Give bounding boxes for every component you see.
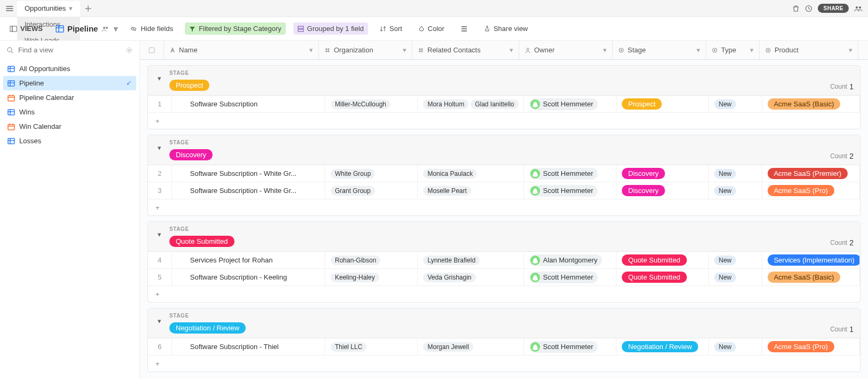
sidebar-view-losses[interactable]: Losses✓ <box>3 134 136 148</box>
cell-stage[interactable]: Quote Submitted <box>616 252 709 268</box>
cell-organization[interactable]: Rohan-Gibson <box>325 252 418 268</box>
cell-name[interactable]: Software Subscription <box>172 96 325 112</box>
cell-product[interactable]: Acme SaaS (Pro) <box>762 182 860 199</box>
add-tab-button[interactable] <box>81 2 95 16</box>
history-icon[interactable] <box>805 5 812 12</box>
group-header[interactable]: STAGE▾Quote SubmittedCount 2 <box>148 222 860 252</box>
cell-contacts[interactable]: Morgan Jewell <box>418 338 523 355</box>
column-header-product[interactable]: Product▾ <box>760 41 858 59</box>
cell-owner[interactable]: Scott Hemmeter <box>524 269 616 285</box>
add-row-button[interactable]: + <box>148 199 860 215</box>
collapse-icon[interactable]: ▾ <box>154 74 164 82</box>
column-header-owner[interactable]: Owner▾ <box>519 41 613 59</box>
column-header-name[interactable]: Name▾ <box>164 41 319 59</box>
cell-type[interactable]: New <box>709 269 762 285</box>
table-row[interactable]: 2Software Subscription - White Gr...Whit… <box>148 165 860 182</box>
column-header-organization[interactable]: Organization▾ <box>319 41 412 59</box>
cell-stage[interactable]: Discovery <box>616 182 709 199</box>
cell-name[interactable]: Software Subscription - Thiel <box>172 338 325 355</box>
column-header-contacts[interactable]: Related Contacts▾ <box>412 41 519 59</box>
cell-organization[interactable]: Miller-McCullough <box>325 96 418 112</box>
row-height-button[interactable] <box>456 24 472 34</box>
table-row[interactable]: 4Services Project for RohanRohan-GibsonL… <box>148 252 860 269</box>
table-row[interactable]: 6Software Subscription - ThielThiel LLCM… <box>148 338 860 355</box>
collapse-icon[interactable]: ▾ <box>154 144 164 152</box>
trash-icon[interactable] <box>792 5 800 12</box>
cell-owner[interactable]: Scott Hemmeter <box>524 182 616 199</box>
table-row[interactable]: 3Software Subscription - White Gr...Gran… <box>148 182 860 199</box>
cell-product[interactable]: Acme SaaS (Premier) <box>762 165 860 182</box>
cell-product[interactable]: Acme SaaS (Pro) <box>762 338 860 355</box>
chevron-down-icon[interactable]: ▾ <box>309 46 313 54</box>
people-icon[interactable] <box>854 5 863 12</box>
hide-fields-button[interactable]: Hide fields <box>126 22 177 35</box>
cell-contacts[interactable]: Mora Holtum Glad Ianittello <box>418 96 523 112</box>
cell-type[interactable]: New <box>709 96 762 112</box>
sidebar-view-wins[interactable]: Wins✓ <box>3 105 136 119</box>
cell-name[interactable]: Software Subscription - Keeling <box>172 269 325 285</box>
cell-name[interactable]: Services Project for Rohan <box>172 252 325 268</box>
collapse-icon[interactable]: ▾ <box>154 317 164 325</box>
sidebar-view-all-opportunities[interactable]: All Opportunities✓ <box>3 61 136 76</box>
column-header-type[interactable]: Type▾ <box>706 41 760 59</box>
cell-owner[interactable]: Scott Hemmeter <box>524 338 616 355</box>
cell-stage[interactable]: Discovery <box>616 165 709 182</box>
cell-owner[interactable]: Alan Montgomery <box>524 252 616 268</box>
group-header[interactable]: STAGE▾DiscoveryCount 2 <box>148 135 860 165</box>
add-row-button[interactable]: + <box>148 286 860 302</box>
cell-owner[interactable]: Scott Hemmeter <box>524 96 616 112</box>
cell-stage[interactable]: Quote Submitted <box>616 269 709 285</box>
cell-name[interactable]: Software Subscription - White Gr... <box>172 165 325 182</box>
group-button[interactable]: Grouped by 1 field <box>293 22 368 35</box>
cell-organization[interactable]: Grant Group <box>325 182 418 199</box>
share-view-button[interactable]: Share view <box>480 22 532 35</box>
add-row-button[interactable]: + <box>148 113 860 129</box>
cell-owner[interactable]: Scott Hemmeter <box>524 165 616 182</box>
tab-opportunities[interactable]: Opportunities▾ <box>17 1 80 17</box>
share-button[interactable]: SHARE <box>818 4 849 13</box>
chevron-down-icon[interactable]: ▾ <box>603 46 607 54</box>
view-title[interactable]: Pipeline ▾ <box>56 24 119 34</box>
cell-type[interactable]: New <box>709 338 762 355</box>
cell-type[interactable]: New <box>709 252 762 268</box>
group-header[interactable]: STAGE▾ProspectCount 1 <box>148 66 860 96</box>
chevron-down-icon[interactable]: ▾ <box>510 46 513 54</box>
group-header[interactable]: STAGE▾Negotiation / ReviewCount 1 <box>148 308 860 338</box>
select-all-checkbox[interactable] <box>140 41 164 59</box>
collaborators-icon[interactable] <box>101 25 111 33</box>
gear-icon[interactable] <box>126 47 133 54</box>
cell-product[interactable]: Acme SaaS (Basic) <box>762 96 860 112</box>
sidebar-view-pipeline[interactable]: Pipeline✓ <box>3 76 136 90</box>
menu-icon[interactable] <box>2 0 17 17</box>
cell-contacts[interactable]: Moselle Peart <box>418 182 523 199</box>
chevron-down-icon[interactable]: ▾ <box>849 46 853 54</box>
sidebar-view-pipeline-calendar[interactable]: Pipeline Calendar✓ <box>3 90 136 105</box>
color-button[interactable]: Color <box>414 22 449 35</box>
cell-product[interactable]: Acme SaaS (Basic) <box>762 269 860 285</box>
cell-contacts[interactable]: Lynnette Brafield <box>418 252 523 268</box>
chevron-down-icon[interactable]: ▾ <box>750 46 754 54</box>
chevron-down-icon[interactable]: ▾ <box>697 46 700 54</box>
cell-stage[interactable]: Prospect <box>616 96 709 112</box>
cell-type[interactable]: New <box>709 182 762 199</box>
cell-organization[interactable]: Thiel LLC <box>325 338 418 355</box>
collapse-icon[interactable]: ▾ <box>154 230 164 238</box>
views-toggle[interactable]: VIEWS <box>4 22 48 35</box>
add-row-button[interactable]: + <box>148 355 860 372</box>
chevron-down-icon[interactable]: ▾ <box>403 46 406 54</box>
chevron-down-icon[interactable]: ▾ <box>114 24 118 34</box>
search-input[interactable] <box>18 46 121 54</box>
cell-contacts[interactable]: Veda Grishagin <box>418 269 523 285</box>
sort-button[interactable]: Sort <box>376 22 406 35</box>
cell-stage[interactable]: Negotiation / Review <box>616 338 709 355</box>
column-header-stage[interactable]: Stage▾ <box>613 41 706 59</box>
cell-contacts[interactable]: Monica Paulack <box>418 165 523 182</box>
sidebar-view-win-calendar[interactable]: Win Calendar✓ <box>3 119 136 134</box>
cell-name[interactable]: Software Subscription - White Gr... <box>172 182 325 199</box>
cell-organization[interactable]: White Group <box>325 165 418 182</box>
cell-organization[interactable]: Keeling-Haley <box>325 269 418 285</box>
filter-button[interactable]: Filtered by Stage Category <box>185 22 286 35</box>
cell-type[interactable]: New <box>709 165 762 182</box>
cell-product[interactable]: Services (Implementation) <box>762 252 860 268</box>
table-row[interactable]: 1Software SubscriptionMiller-McCulloughM… <box>148 96 860 113</box>
